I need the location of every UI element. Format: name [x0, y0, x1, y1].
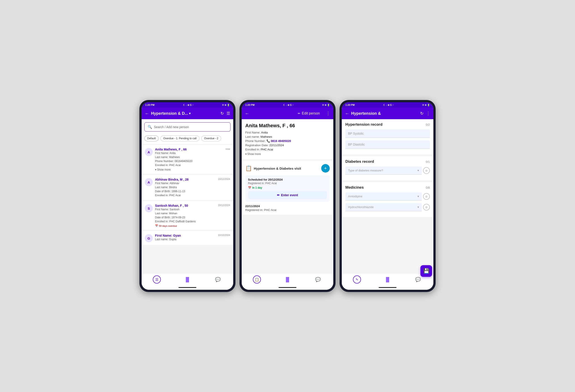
app-title-3: Hypertension & — [351, 111, 418, 116]
app-header-2: ← ✏ Edit person ⋮ — [242, 108, 333, 119]
hydrochlorothiazide-select[interactable]: Hydrochlorothiazide ▾ — [345, 203, 422, 211]
remove-hydro-button[interactable]: ⊗ — [423, 204, 430, 210]
edit-person-label: Edit person — [302, 111, 320, 115]
back-button-1[interactable]: ← — [145, 111, 149, 116]
diabetes-type-select[interactable]: Type of diabetes measure? ▾ — [345, 166, 422, 175]
show-more-2[interactable]: ▾ Show more — [245, 152, 330, 156]
edit-pencil-icon: ✏ — [298, 112, 300, 115]
diabetes-record-header: Diabetes record 0/1 — [345, 159, 430, 164]
back-button-2[interactable]: ← — [245, 111, 249, 116]
diabetes-type-row: Type of diabetes measure? ▾ ⊗ — [345, 166, 430, 175]
history-registered: Registered in: PHC Acai — [245, 208, 330, 212]
avatar-4: G — [145, 234, 153, 242]
time-1: 1:20 PM — [145, 104, 155, 106]
menu-icon-1[interactable]: ☰ — [227, 111, 230, 116]
nav-chat-3[interactable]: 💬 — [414, 276, 422, 283]
patient-detail-1b: Last name: Mathews — [155, 155, 223, 159]
dropdown-arrow-1[interactable]: ▾ — [189, 112, 191, 115]
search-placeholder: Search / Add new person — [154, 125, 189, 129]
signal-icons-1: ✈ ≋ 🔋 — [222, 104, 230, 106]
bp-systolic-input[interactable] — [345, 130, 430, 138]
status-bar-2: 1:20 PM ☾ ↓ ⊕ G ·· ✈ ≋ 🔋 — [242, 102, 333, 108]
more-icon-2[interactable]: ⋮ — [326, 111, 330, 116]
bar-chart-icon-3: ▐▌ — [383, 276, 392, 283]
history-date: 22/11/2024 — [245, 205, 330, 208]
filter-tab-overdue1[interactable]: Overdue - 1. Pending to call — [160, 136, 199, 141]
header-actions-3: ↻ ⋮ — [420, 111, 430, 116]
person-firstname: First Name: Anita — [245, 131, 330, 134]
amlodipine-select[interactable]: Amlodipine ▾ — [345, 192, 422, 201]
avatar-1: A — [145, 148, 153, 156]
patient-name-3: Santosh Mohan, F , 50 — [155, 204, 216, 208]
show-more-1[interactable]: ▾ Show more — [155, 168, 223, 171]
patient-detail-1a: First Name: Anita — [155, 151, 223, 155]
patient-time-1: now — [226, 148, 230, 171]
nav-chat-1[interactable]: 💬 — [214, 276, 222, 283]
filter-tab-overdue2[interactable]: Overdue - 2 — [201, 136, 221, 141]
diabetes-type-placeholder: Type of diabetes measure? — [348, 169, 383, 172]
back-button-3[interactable]: ← — [345, 111, 349, 116]
save-fab-button[interactable]: 💾 — [420, 265, 432, 277]
signal-icons-3: ✈ ≋ 🔋 — [422, 104, 430, 106]
patient-detail-2c: Date of Birth: 1996-11-13 — [155, 189, 216, 193]
medicines-header: Medicines 0/8 — [345, 185, 430, 190]
calendar-icon: 📅 — [248, 186, 251, 189]
phone-link[interactable]: 0816 49405020 — [271, 139, 291, 143]
status-icons-1: ☾ ↓ ⊕ G ·· — [183, 104, 193, 106]
more-icon-3[interactable]: ⋮ — [426, 111, 430, 116]
filter-tabs: Default Overdue - 1. Pending to call Ove… — [142, 134, 233, 144]
list-icon-1: ☰ — [153, 276, 161, 283]
bar-chart-icon-1: ▐▌ — [183, 276, 192, 283]
patient-item-4[interactable]: G First Name: Gyan Last name: Gupta 10/1… — [142, 231, 233, 245]
remove-amlodipine-button[interactable]: ⊗ — [423, 193, 430, 200]
patient-item-3[interactable]: S Santosh Mohan, F , 50 First Name: Sant… — [142, 201, 233, 230]
patient-item-1[interactable]: A Anita Mathews, F , 66 First Name: Anit… — [142, 145, 233, 174]
chat-icon-1: 💬 — [214, 276, 222, 283]
visit-title-row: 📋 Hypertension & Diabetes visit — [245, 165, 301, 171]
phone-3: 1:20 PM ☾ ↓ ⊕ G ·· ✈ ≋ 🔋 ← Hypertension … — [339, 100, 436, 292]
filter-tab-default[interactable]: Default — [144, 136, 159, 141]
bottom-nav-2: 📋 ▐▌ 💬 — [242, 274, 333, 285]
hypertension-record-count: 0/2 — [426, 123, 430, 126]
refresh-icon-1[interactable]: ↻ — [220, 111, 224, 116]
bottom-nav-1: ☰ ▐▌ 💬 — [142, 274, 233, 285]
nav-edit-3[interactable]: ✎ — [353, 276, 361, 283]
patient-name-4: First Name: Gyan — [155, 234, 216, 237]
chat-icon-3: 💬 — [414, 276, 422, 283]
enter-event-button[interactable]: ✏ Enter event — [248, 191, 327, 199]
chevron-down-icon-amlodipine: ▾ — [417, 195, 419, 198]
nav-bar-2[interactable]: ▐▌ — [284, 276, 291, 283]
add-visit-button[interactable]: + — [321, 164, 330, 173]
search-bar[interactable]: 🔍 Search / Add new person — [144, 122, 231, 132]
diabetes-record-title: Diabetes record — [345, 159, 374, 164]
avatar-3: S — [145, 204, 153, 212]
remove-diabetes-button[interactable]: ⊗ — [423, 167, 430, 174]
nav-bar-3[interactable]: ▐▌ — [383, 276, 392, 283]
visit-section: 📋 Hypertension & Diabetes visit + Schedu… — [242, 161, 333, 215]
patient-detail-3c: Date of Birth: 1974-09-23 — [155, 215, 216, 219]
medicines-section: Medicines 0/8 Amlodipine ▾ ⊗ Hydrochloro… — [342, 182, 433, 217]
patient-time-2: 19/12/2024 — [218, 178, 230, 197]
nav-chat-2[interactable]: 💬 — [314, 276, 322, 283]
home-indicator-3 — [342, 285, 433, 290]
overdue-badge-3: 📅 59 days overdue — [155, 224, 216, 227]
visit-icon: 📋 — [245, 165, 252, 171]
patient-info-2: Abhinav Bindra, M , 28 First Name: Abhin… — [155, 178, 216, 197]
patient-item-2[interactable]: A Abhinav Bindra, M , 28 First Name: Abh… — [142, 175, 233, 200]
home-bar-2 — [279, 287, 296, 288]
medicines-title: Medicines — [345, 185, 364, 190]
nav-list-1[interactable]: ☰ — [153, 276, 161, 283]
status-bar-3: 1:20 PM ☾ ↓ ⊕ G ·· ✈ ≋ 🔋 — [342, 102, 433, 108]
edit-person-btn[interactable]: ✏ Edit person — [298, 111, 320, 115]
bp-diastolic-input[interactable] — [345, 140, 430, 149]
scheduled-card: Scheduled for 20/12/2024 Registered in: … — [245, 175, 330, 202]
patient-detail-2d: Enrolled in: PHC Acai — [155, 193, 216, 197]
screen2-content: Anita Mathews, F , 66 First Name: Anita … — [242, 119, 333, 274]
nav-list-2[interactable]: 📋 — [253, 276, 261, 283]
home-bar-1 — [178, 287, 196, 288]
refresh-icon-3[interactable]: ↻ — [420, 111, 424, 116]
bottom-nav-3: ✎ ▐▌ 💬 — [342, 274, 433, 285]
person-reg-date: Registration Date: 22/11/2024 — [245, 143, 330, 147]
nav-bar-1[interactable]: ▐▌ — [183, 276, 192, 283]
pencil-icon-btn: ✏ — [277, 193, 280, 197]
